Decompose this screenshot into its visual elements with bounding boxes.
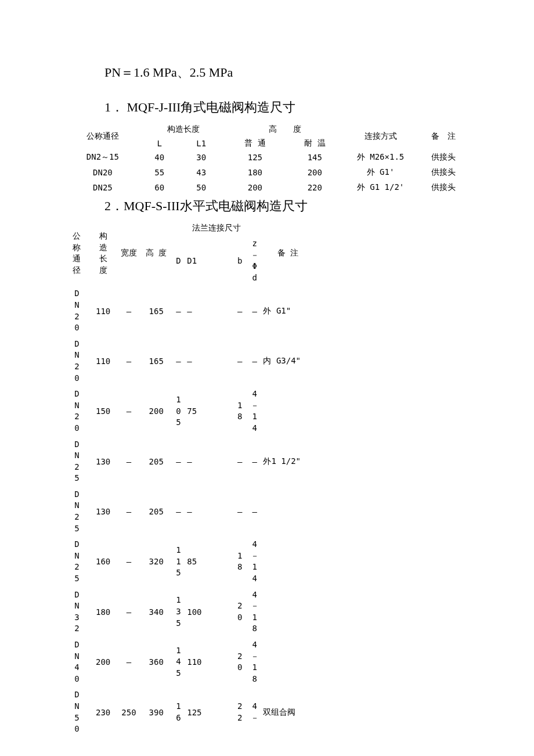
- table-row: D N 3 2 180 — 340 1 3 5 100 2 0 4 － 1 8: [64, 587, 313, 637]
- cell-L: 60: [142, 180, 178, 195]
- cell-heat: 145: [285, 150, 345, 165]
- hdr-b: b: [232, 236, 247, 286]
- cell-w: —: [116, 286, 141, 336]
- cell-w: —: [116, 437, 141, 487]
- table-angle-valve: 公称通径 构造长度 高 度 连接方式 备 注 L L1 普 通 耐 温 DN2～…: [64, 122, 470, 195]
- hdr-L: L: [142, 136, 178, 150]
- cell-len: 110: [90, 336, 116, 386]
- cell-conn: 外 G1 1/2': [345, 180, 417, 195]
- table-row: D N 2 5 130 — 205 — — — —: [64, 487, 313, 537]
- cell-dn: D N 2 0: [64, 286, 90, 336]
- cell-b: —: [232, 286, 247, 336]
- cell-dn: DN20: [64, 165, 142, 180]
- cell-D1: 75: [186, 386, 232, 436]
- cell-L1: 50: [178, 180, 225, 195]
- hdr-connect: 连接方式: [345, 122, 417, 150]
- cell-len: 200: [90, 637, 116, 687]
- cell-rem: 内 G3/4": [262, 336, 313, 386]
- cell-L1: 30: [178, 150, 225, 165]
- cell-heat: 200: [285, 165, 345, 180]
- hdr-normal: 普 通: [225, 136, 285, 150]
- cell-dn: D N 2 5: [64, 437, 90, 487]
- cell-L: 40: [142, 150, 178, 165]
- cell-dn: D N 2 0: [64, 336, 90, 386]
- cell-heat: 220: [285, 180, 345, 195]
- cell-len: 130: [90, 487, 116, 537]
- table-row: D N 2 5 160 — 320 1 1 5 85 1 8 4 － 1 4: [64, 537, 313, 586]
- cell-z: 4 － 1 8: [247, 587, 262, 637]
- cell-b: 1 8: [232, 386, 247, 436]
- cell-z: —: [247, 437, 262, 487]
- cell-rem: 外 G1": [262, 286, 313, 336]
- pn-spec-line: PN＝1.6 MPa、2.5 MPa: [104, 64, 470, 81]
- cell-len: 110: [90, 286, 116, 336]
- cell-rem: 供接头: [416, 150, 470, 165]
- cell-normal: 180: [225, 165, 285, 180]
- cell-D: 1 4 5: [171, 637, 186, 687]
- hdr-height-group: 高 度: [225, 122, 345, 136]
- cell-w: —: [116, 386, 141, 436]
- cell-rem: 外1 1/2": [262, 437, 313, 487]
- cell-b: —: [232, 437, 247, 487]
- hdr-width: 宽度: [116, 221, 141, 286]
- cell-h: 340: [142, 587, 171, 637]
- cell-normal: 200: [225, 180, 285, 195]
- cell-z: —: [247, 487, 262, 537]
- cell-D1: —: [186, 336, 232, 386]
- cell-D1: —: [186, 437, 232, 487]
- cell-rem: [262, 537, 313, 586]
- cell-b: —: [232, 487, 247, 537]
- cell-rem: [262, 386, 313, 436]
- cell-z: 4 － 1 8: [247, 637, 262, 687]
- document-page: PN＝1.6 MPa、2.5 MPa 1． MQF-J-III角式电磁阀构造尺寸…: [0, 0, 534, 756]
- cell-len: 130: [90, 437, 116, 487]
- cell-dn: D N 2 5: [64, 537, 90, 586]
- cell-h: 205: [142, 487, 171, 537]
- cell-z: —: [247, 336, 262, 386]
- cell-L1: 43: [178, 165, 225, 180]
- hdr-D1: D1: [186, 236, 232, 286]
- cell-D: 1 1 5: [171, 537, 186, 586]
- hdr-remark: 备 注: [262, 221, 313, 286]
- table-row: D N 4 0 200 — 360 1 4 5 110 2 0 4 － 1 8: [64, 637, 313, 687]
- cell-dn: D N 5 0: [64, 687, 90, 737]
- cell-dn: D N 4 0: [64, 637, 90, 687]
- table-row: D N 2 0 150 — 200 1 0 5 75 1 8 4 － 1 4: [64, 386, 313, 436]
- hdr-L1: L1: [178, 136, 225, 150]
- cell-rem: [262, 487, 313, 537]
- cell-dn: D N 3 2: [64, 587, 90, 637]
- cell-b: 2 0: [232, 637, 247, 687]
- table-row: D N 2 5 130 — 205 — — — — 外1 1/2": [64, 437, 313, 487]
- cell-w: —: [116, 487, 141, 537]
- cell-D1: 110: [186, 637, 232, 687]
- cell-D: —: [171, 487, 186, 537]
- table-row: DN20 55 43 180 200 外 G1' 供接头: [64, 165, 470, 180]
- section1-title: 1． MQF-J-III角式电磁阀构造尺寸: [104, 99, 470, 116]
- cell-D: 1 3 5: [171, 587, 186, 637]
- hdr-heat: 耐 温: [285, 136, 345, 150]
- cell-conn: 外 M26×1.5: [345, 150, 417, 165]
- hdr-flange-group: 法兰连接尺寸: [171, 221, 262, 236]
- cell-rem: 供接头: [416, 180, 470, 195]
- cell-w: 250: [116, 687, 141, 737]
- cell-L: 55: [142, 165, 178, 180]
- cell-dn: D N 2 5: [64, 487, 90, 537]
- cell-len: 150: [90, 386, 116, 436]
- cell-b: —: [232, 336, 247, 386]
- table-row: D N 2 0 110 — 165 — — — — 外 G1": [64, 286, 313, 336]
- hdr-length-group: 构造长度: [142, 122, 225, 136]
- cell-D1: 85: [186, 537, 232, 586]
- cell-len: 230: [90, 687, 116, 737]
- cell-z: 4 －: [247, 687, 262, 737]
- cell-rem: 双组合阀: [262, 687, 313, 737]
- cell-D: —: [171, 437, 186, 487]
- cell-conn: 外 G1': [345, 165, 417, 180]
- hdr-length: 构 造 长 度: [90, 221, 116, 286]
- cell-D1: 100: [186, 587, 232, 637]
- hdr-remark: 备 注: [416, 122, 470, 150]
- cell-D1: —: [186, 487, 232, 537]
- cell-dn: D N 2 0: [64, 386, 90, 436]
- cell-dn: DN2～15: [64, 150, 142, 165]
- hdr-height: 高 度: [142, 221, 171, 286]
- cell-z: —: [247, 286, 262, 336]
